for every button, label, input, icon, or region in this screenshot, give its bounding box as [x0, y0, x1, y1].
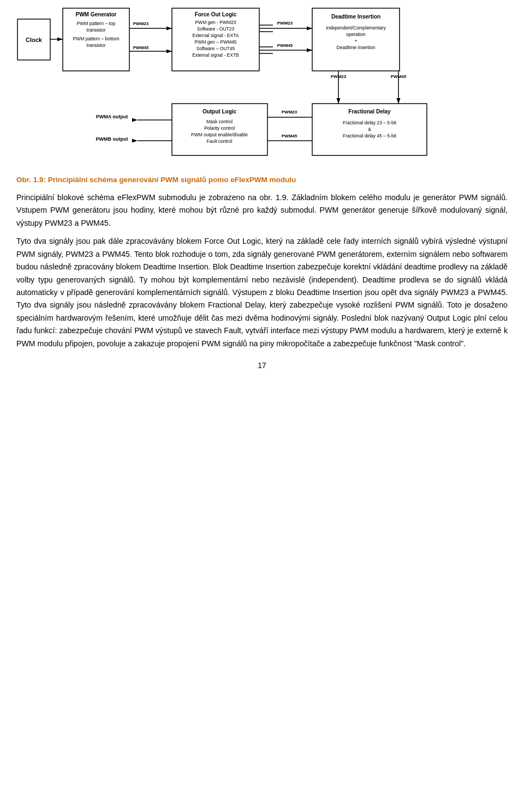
- svg-text:PWM Generator: PWM Generator: [75, 11, 116, 17]
- svg-text:PWM23: PWM23: [282, 110, 297, 115]
- svg-text:Software - OUT23: Software - OUT23: [197, 26, 235, 32]
- svg-text:Polarity control: Polarity control: [204, 125, 235, 131]
- diagram-area: Clock PWM Generator PWM pattern – top tr…: [16, 5, 508, 166]
- svg-text:Fault control: Fault control: [207, 139, 233, 144]
- svg-text:&: &: [368, 127, 371, 132]
- svg-text:PWM pattern – top: PWM pattern – top: [77, 21, 116, 26]
- svg-text:Deadtime insertion: Deadtime insertion: [337, 45, 376, 50]
- figure-caption: Obr. 1.9: Principiální schéma generování…: [16, 176, 508, 184]
- svg-text:PWM45: PWM45: [133, 45, 149, 50]
- svg-text:Output Logic: Output Logic: [203, 109, 237, 115]
- svg-text:operation: operation: [346, 32, 366, 37]
- svg-text:External signal - EXTA: External signal - EXTA: [193, 33, 239, 38]
- svg-text:Clock: Clock: [26, 37, 43, 43]
- paragraph-2: Tyto dva signály jsou pak dále zpracováv…: [16, 235, 508, 350]
- svg-text:transistor: transistor: [87, 43, 106, 48]
- svg-text:PWMA output: PWMA output: [96, 114, 128, 119]
- svg-text:Fractional delay 45 – 5-bit: Fractional delay 45 – 5-bit: [343, 133, 396, 139]
- svg-text:PWMB output: PWMB output: [96, 136, 128, 142]
- svg-text:Fractional Delay: Fractional Delay: [348, 109, 391, 115]
- svg-text:PWM45: PWM45: [282, 134, 297, 139]
- body-text: Principiální blokové schéma eFlexPWM sub…: [16, 191, 508, 350]
- svg-text:PWM23: PWM23: [133, 21, 149, 26]
- svg-text:PWM23: PWM23: [277, 21, 293, 26]
- page-number: 17: [16, 361, 508, 370]
- diagram-svg: Clock PWM Generator PWM pattern – top tr…: [16, 5, 508, 166]
- svg-text:Software – OUT45: Software – OUT45: [196, 46, 235, 51]
- svg-text:External signal - EXTB: External signal - EXTB: [192, 52, 239, 58]
- svg-text:Mask control: Mask control: [206, 119, 233, 124]
- svg-text:PWM gen - PWM23: PWM gen - PWM23: [195, 20, 236, 25]
- svg-text:Deadtime Insertion: Deadtime Insertion: [331, 14, 380, 20]
- svg-text:+: +: [355, 38, 358, 44]
- svg-text:Force Out Logic: Force Out Logic: [195, 11, 237, 17]
- svg-text:Fractional delay 23 – 5-bit: Fractional delay 23 – 5-bit: [343, 120, 396, 125]
- svg-text:PWM gen – PWM45: PWM gen – PWM45: [195, 39, 237, 45]
- svg-text:transistor: transistor: [87, 27, 106, 33]
- svg-text:PWM output enable/disable: PWM output enable/disable: [191, 132, 248, 137]
- svg-text:Independent/Complementary: Independent/Complementary: [326, 25, 386, 31]
- svg-text:PWM45: PWM45: [277, 43, 293, 48]
- paragraph-1: Principiální blokové schéma eFlexPWM sub…: [16, 191, 508, 230]
- svg-text:PWM pattern – bottom: PWM pattern – bottom: [73, 36, 119, 41]
